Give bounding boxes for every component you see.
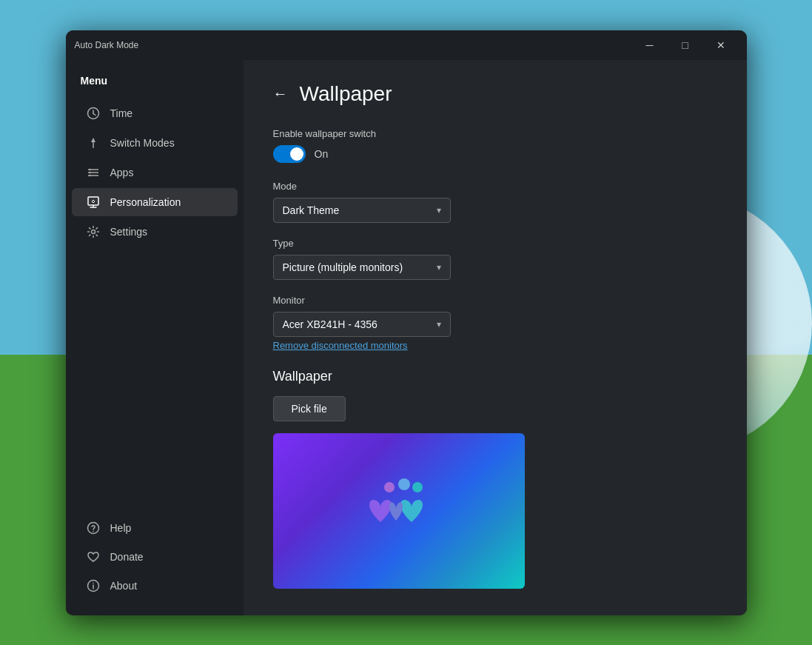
svg-point-7 [89, 168, 90, 170]
pick-file-button[interactable]: Pick file [273, 396, 346, 421]
title-bar: Auto Dark Mode ─ □ ✕ [66, 30, 747, 60]
mode-label: Mode [273, 181, 717, 192]
wallpaper-preview [273, 433, 525, 589]
monitor-chevron-icon: ▾ [437, 319, 441, 330]
sidebar: Menu Time Switch [66, 60, 244, 615]
window-controls: ─ □ ✕ [633, 33, 738, 57]
sidebar-item-time-label: Time [110, 107, 133, 119]
wallpaper-section: Wallpaper Pick file [273, 369, 717, 589]
main-content: ← Wallpaper Enable wallpaper switch On M… [244, 60, 747, 615]
sidebar-item-about-label: About [110, 580, 138, 592]
main-window: Auto Dark Mode ─ □ ✕ Menu Time [66, 30, 747, 615]
sidebar-item-help[interactable]: Help [72, 514, 238, 542]
sidebar-item-about[interactable]: About [72, 572, 238, 600]
sidebar-item-apps[interactable]: Apps [72, 158, 238, 187]
sidebar-menu-label: Menu [66, 67, 244, 98]
mode-group: Mode Dark Theme ▾ [273, 181, 717, 223]
wallpaper-section-title: Wallpaper [273, 369, 717, 384]
personalization-icon [87, 195, 100, 209]
monitor-select[interactable]: Acer XB241H - 4356 ▾ [273, 312, 451, 337]
svg-point-11 [91, 230, 95, 233]
help-icon [87, 521, 100, 535]
svg-point-13 [93, 530, 94, 532]
page-title: Wallpaper [300, 82, 392, 106]
type-group: Type Picture (multiple monitors) ▾ [273, 238, 717, 280]
sidebar-item-help-label: Help [110, 522, 132, 534]
back-button[interactable]: ← [273, 85, 288, 102]
monitor-value: Acer XB241H - 4356 [283, 318, 378, 330]
svg-line-2 [93, 113, 95, 115]
sidebar-item-personalization[interactable]: Personalization [72, 188, 238, 216]
remove-disconnected-monitors-button[interactable]: Remove disconnected monitors [273, 337, 408, 354]
mode-value: Dark Theme [283, 204, 340, 216]
svg-point-16 [93, 582, 94, 584]
type-select[interactable]: Picture (multiple monitors) ▾ [273, 255, 451, 280]
sidebar-item-switch-modes-label: Switch Modes [110, 137, 175, 149]
time-icon [87, 107, 100, 120]
svg-rect-10 [88, 197, 98, 205]
close-button[interactable]: ✕ [704, 33, 738, 57]
window-body: Menu Time Switch [66, 60, 747, 615]
type-chevron-icon: ▾ [437, 262, 441, 273]
mode-chevron-icon: ▾ [437, 205, 441, 215]
enable-wallpaper-group: Enable wallpaper switch On [273, 128, 717, 163]
apps-icon [87, 166, 100, 179]
sidebar-item-switch-modes[interactable]: Switch Modes [72, 129, 238, 157]
minimize-button[interactable]: ─ [633, 33, 667, 57]
svg-point-18 [398, 478, 410, 490]
mode-select[interactable]: Dark Theme ▾ [273, 198, 451, 223]
page-header: ← Wallpaper [273, 82, 717, 106]
restore-button[interactable]: □ [668, 33, 702, 57]
sidebar-item-settings[interactable]: Settings [72, 218, 238, 246]
enable-wallpaper-label: Enable wallpaper switch [273, 128, 717, 139]
sidebar-item-apps-label: Apps [110, 167, 134, 178]
monitor-label: Monitor [273, 295, 717, 306]
toggle-row: On [273, 145, 717, 163]
svg-point-9 [89, 174, 90, 176]
svg-point-17 [384, 482, 395, 492]
sidebar-item-personalization-label: Personalization [110, 196, 181, 208]
monitor-group: Monitor Acer XB241H - 4356 ▾ Remove disc… [273, 295, 717, 354]
about-icon [87, 579, 100, 592]
sidebar-item-settings-label: Settings [110, 226, 148, 238]
sidebar-item-time[interactable]: Time [72, 99, 238, 127]
type-value: Picture (multiple monitors) [283, 261, 403, 273]
switch-modes-icon [87, 136, 100, 150]
svg-point-19 [412, 482, 423, 492]
toggle-state-label: On [315, 148, 329, 160]
settings-icon [87, 225, 100, 238]
donate-icon [87, 550, 100, 564]
svg-point-8 [89, 171, 90, 173]
wallpaper-hearts-svg [358, 474, 440, 548]
type-label: Type [273, 238, 717, 249]
window-title: Auto Dark Mode [75, 40, 139, 50]
sidebar-item-donate-label: Donate [110, 551, 144, 563]
sidebar-item-donate[interactable]: Donate [72, 543, 238, 571]
wallpaper-toggle[interactable] [273, 145, 306, 163]
